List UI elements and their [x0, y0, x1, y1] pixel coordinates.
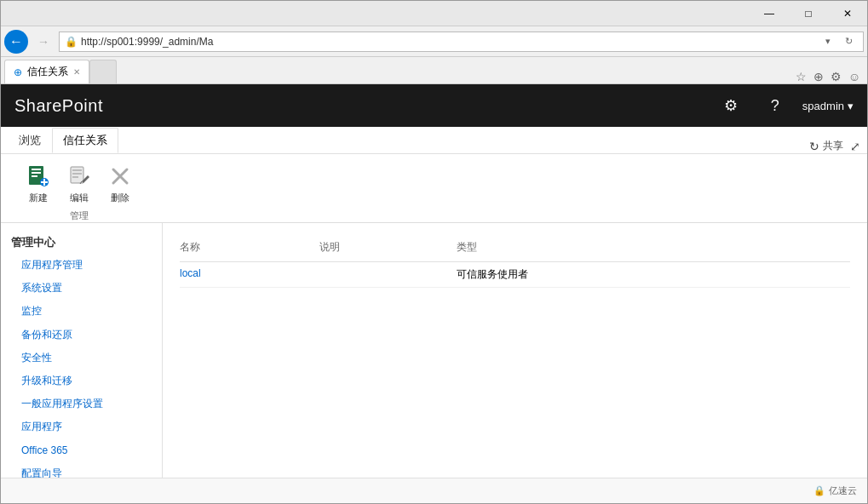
- main-content: 管理中心 应用程序管理 系统设置 监控 备份和还原 安全性 升级和迁移 一般应用…: [1, 223, 867, 478]
- new-button[interactable]: 新建: [21, 161, 55, 206]
- column-header-description: 说明: [319, 237, 457, 262]
- sidebar-section-title: 管理中心: [1, 230, 162, 254]
- row-type: 可信服务使用者: [457, 262, 850, 288]
- svg-rect-9: [72, 173, 82, 175]
- share-icon: ↻: [809, 140, 819, 153]
- svg-rect-8: [72, 169, 82, 171]
- footer-lock-icon: 🔒: [813, 485, 825, 496]
- svg-rect-1: [32, 169, 41, 170]
- delete-button[interactable]: 删除: [103, 161, 137, 206]
- sidebar-item-app-management[interactable]: 应用程序管理: [1, 254, 162, 277]
- window-controls: — □ ✕: [750, 1, 867, 26]
- column-header-type: 类型: [457, 237, 850, 262]
- refresh-button[interactable]: ↻: [839, 32, 858, 51]
- share-label[interactable]: 共享: [823, 139, 843, 153]
- maximize-button[interactable]: □: [789, 1, 828, 26]
- help-button[interactable]: ?: [758, 89, 792, 123]
- tab-trust-relations[interactable]: 信任关系: [52, 128, 118, 153]
- fullscreen-icon[interactable]: ⤢: [850, 140, 860, 153]
- delete-icon: [106, 163, 134, 190]
- user-smiley-icon[interactable]: ☺: [848, 70, 860, 83]
- close-button[interactable]: ✕: [828, 1, 867, 26]
- sidebar: 管理中心 应用程序管理 系统设置 监控 备份和还原 安全性 升级和迁移 一般应用…: [1, 223, 163, 478]
- svg-rect-2: [32, 172, 41, 174]
- favorites-add-icon[interactable]: ⊕: [813, 70, 824, 83]
- username: spadmin: [802, 100, 844, 112]
- address-text: http://sp001:9999/_admin/Ma: [81, 36, 819, 48]
- footer: 🔒 亿速云: [1, 478, 867, 503]
- sidebar-item-security[interactable]: 安全性: [1, 346, 162, 369]
- delete-label: 删除: [111, 192, 129, 204]
- edit-label: 编辑: [70, 192, 89, 204]
- ribbon-toolbar: 新建 编辑: [1, 154, 867, 223]
- ribbon-group-manage: 新建 编辑: [11, 161, 147, 222]
- browser-tab[interactable]: ⊕ 信任关系 ✕: [4, 60, 89, 83]
- browser-toolbar: ← → 🔒 http://sp001:9999/_admin/Ma ▾ ↻: [1, 26, 867, 57]
- edit-icon: [66, 163, 93, 190]
- title-bar: — □ ✕: [1, 1, 867, 26]
- sidebar-item-system-settings[interactable]: 系统设置: [1, 277, 162, 300]
- user-menu[interactable]: spadmin ▾: [802, 100, 854, 112]
- back-button[interactable]: ←: [4, 30, 28, 54]
- sharepoint-logo: SharePoint: [14, 96, 103, 116]
- svg-rect-3: [32, 175, 37, 177]
- favorites-star-icon[interactable]: ☆: [796, 70, 807, 83]
- svg-rect-7: [71, 167, 83, 183]
- settings-button[interactable]: ⚙: [714, 89, 748, 123]
- forward-button[interactable]: →: [32, 30, 55, 54]
- table-row: local 可信服务使用者: [180, 262, 850, 288]
- tab-label: 信任关系: [27, 65, 68, 79]
- sidebar-item-config-wizard[interactable]: 配置向导: [1, 462, 162, 478]
- new-icon: [25, 163, 52, 190]
- sidebar-item-upgrade-migration[interactable]: 升级和迁移: [1, 369, 162, 392]
- address-security-icon: 🔒: [65, 36, 78, 48]
- tab-close-button[interactable]: ✕: [73, 67, 80, 77]
- svg-rect-10: [72, 176, 78, 178]
- user-dropdown-icon: ▾: [848, 100, 854, 112]
- sidebar-item-monitoring[interactable]: 监控: [1, 300, 162, 323]
- edit-button[interactable]: 编辑: [62, 161, 96, 206]
- sidebar-item-office365[interactable]: Office 365: [1, 439, 162, 462]
- browser-tabs-bar: ⊕ 信任关系 ✕ ☆ ⊕ ⚙ ☺: [1, 57, 867, 84]
- address-dropdown-button[interactable]: ▾: [819, 32, 837, 51]
- sharepoint-header: SharePoint ⚙ ? spadmin ▾: [1, 84, 867, 127]
- tab-browse[interactable]: 浏览: [8, 128, 52, 153]
- settings-gear-icon[interactable]: ⚙: [831, 70, 842, 83]
- ribbon-group-label: 管理: [70, 206, 89, 222]
- ribbon-tabs-bar: 浏览 信任关系 ↻ 共享 ⤢: [1, 127, 867, 154]
- footer-brand: 亿速云: [829, 484, 857, 497]
- svg-rect-6: [41, 181, 48, 183]
- sidebar-item-apps[interactable]: 应用程序: [1, 415, 162, 438]
- row-description: [319, 262, 457, 288]
- row-name-local[interactable]: local: [180, 262, 319, 288]
- content-area: 名称 说明 类型 local 可信服务使用者: [163, 223, 867, 478]
- new-tab-area[interactable]: [89, 60, 117, 83]
- footer-logo: 🔒 亿速云: [813, 484, 857, 497]
- address-bar[interactable]: 🔒 http://sp001:9999/_admin/Ma ▾ ↻: [59, 32, 864, 52]
- sidebar-item-general-app-settings[interactable]: 一般应用程序设置: [1, 392, 162, 415]
- minimize-button[interactable]: —: [750, 1, 789, 26]
- trust-relations-table: 名称 说明 类型 local 可信服务使用者: [180, 237, 850, 288]
- tab-favicon: ⊕: [14, 66, 22, 78]
- new-label: 新建: [29, 192, 48, 204]
- sidebar-item-backup-restore[interactable]: 备份和还原: [1, 324, 162, 346]
- column-header-name: 名称: [180, 237, 319, 262]
